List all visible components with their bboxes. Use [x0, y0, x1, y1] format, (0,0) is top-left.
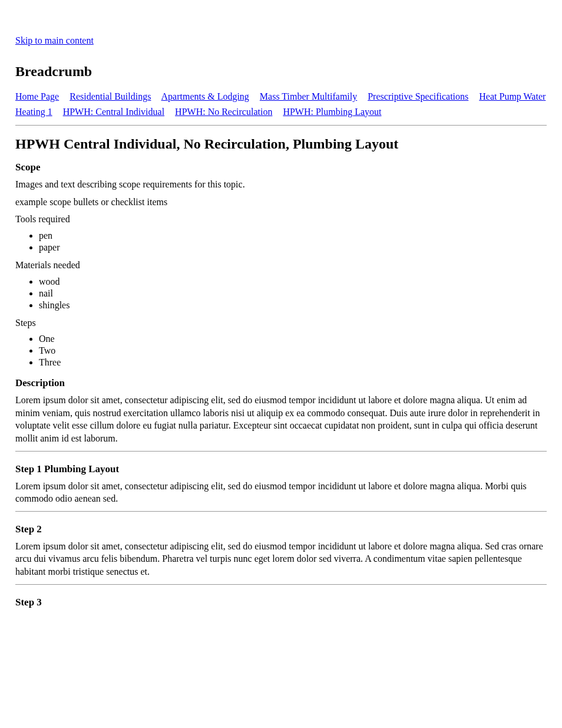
list-item: shingles	[39, 300, 547, 311]
list-materials: wood nail shingles	[15, 276, 547, 311]
list-item: One	[39, 334, 547, 344]
list-item: Three	[39, 357, 547, 368]
list-item: nail	[39, 288, 547, 299]
breadcrumb-item-no-recirc[interactable]: HPWH: No Recirculation	[175, 107, 272, 117]
step-2-body: Lorem ipsum dolor sit amet, consectetur …	[15, 540, 547, 578]
divider	[15, 584, 547, 585]
breadcrumb-item-mass-timber[interactable]: Mass Timber Multifamily	[260, 91, 357, 101]
scope-text: Images and text describing scope require…	[15, 178, 547, 191]
list-heading-tools: Tools required	[15, 213, 547, 226]
breadcrumb-heading: Breadcrumb	[15, 64, 547, 80]
divider	[15, 511, 547, 512]
scope-label: Scope	[15, 162, 547, 173]
step-3-heading: Step 3	[15, 597, 547, 608]
list-steps: One Two Three	[15, 334, 547, 368]
skip-to-main-link[interactable]: Skip to main content	[15, 35, 94, 46]
divider	[15, 125, 547, 126]
step-1-heading: Step 1 Plumbing Layout	[15, 463, 547, 475]
list-heading-steps: Steps	[15, 317, 547, 330]
page-title: HPWH Central Individual, No Recirculatio…	[15, 136, 547, 152]
breadcrumb-item-plumbing[interactable]: HPWH: Plumbing Layout	[283, 107, 381, 117]
divider	[15, 451, 547, 452]
list-heading-materials: Materials needed	[15, 259, 547, 272]
step-1-body: Lorem ipsum dolor sit amet, consectetur …	[15, 480, 547, 505]
description-text: Lorem ipsum dolor sit amet, consectetur …	[15, 394, 547, 444]
breadcrumb: Home Page Residential Buildings Apartmen…	[15, 89, 547, 119]
step-2-heading: Step 2	[15, 523, 547, 535]
list-item: wood	[39, 276, 547, 287]
checklist-heading: example scope bullets or checklist items	[15, 196, 547, 209]
breadcrumb-item-home[interactable]: Home Page	[15, 91, 59, 101]
description-label: Description	[15, 377, 547, 389]
breadcrumb-item-prescriptive[interactable]: Prescriptive Specifications	[368, 91, 468, 101]
list-item: Two	[39, 345, 547, 356]
breadcrumb-item-residential[interactable]: Residential Buildings	[70, 91, 151, 101]
breadcrumb-item-apartments[interactable]: Apartments & Lodging	[161, 91, 249, 101]
breadcrumb-item-central-individual[interactable]: HPWH: Central Individual	[63, 107, 164, 117]
list-tools: pen paper	[15, 230, 547, 253]
list-item: paper	[39, 242, 547, 253]
list-item: pen	[39, 230, 547, 241]
